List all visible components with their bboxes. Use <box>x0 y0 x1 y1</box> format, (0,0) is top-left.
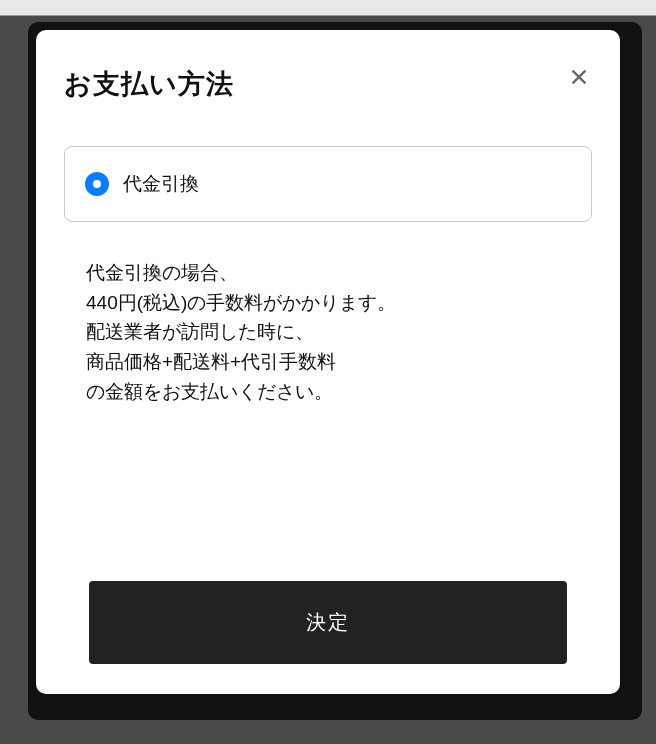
payment-description: 代金引換の場合、 440円(税込)の手数料がかかります。 配送業者が訪問した時に… <box>64 258 592 581</box>
page-background <box>0 0 656 16</box>
submit-button[interactable]: 決定 <box>89 581 567 664</box>
close-icon <box>568 66 590 88</box>
payment-option-label: 代金引換 <box>123 171 199 197</box>
description-line: 配送業者が訪問した時に、 <box>86 317 572 347</box>
modal-header: お支払い方法 <box>64 66 592 102</box>
modal-title: お支払い方法 <box>64 66 234 102</box>
radio-selected-icon <box>85 172 109 196</box>
description-line: 代金引換の場合、 <box>86 258 572 288</box>
payment-option-cod[interactable]: 代金引換 <box>64 146 592 222</box>
description-line: 440円(税込)の手数料がかかります。 <box>86 288 572 318</box>
close-button[interactable] <box>566 64 592 90</box>
description-line: 商品価格+配送料+代引手数料 <box>86 347 572 377</box>
description-line: の金額をお支払いください。 <box>86 377 572 407</box>
radio-inner-dot <box>93 180 101 188</box>
payment-method-modal: お支払い方法 代金引換 代金引換の場合、 440円(税込)の手数料がかかります。… <box>36 30 620 694</box>
